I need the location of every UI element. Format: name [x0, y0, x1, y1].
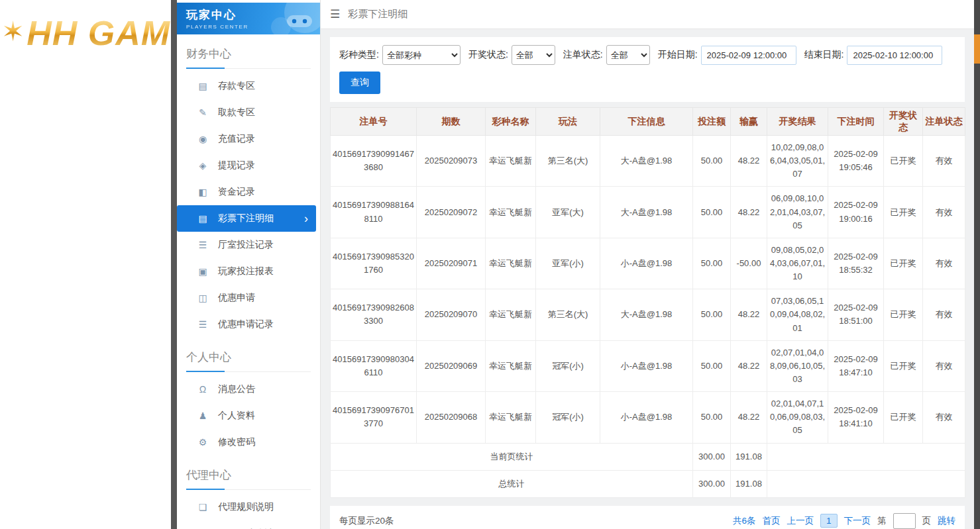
topbar: ☰ 彩票下注明细	[321, 0, 974, 29]
sidebar-item-lottery-bet-details[interactable]: ▤ 彩票下注明细 ›	[177, 205, 316, 232]
next-page-link[interactable]: 下一页	[844, 515, 871, 527]
first-page-link[interactable]: 首页	[762, 515, 780, 527]
cell-play: 亚军(大)	[536, 187, 600, 238]
cell-order-status: 有效	[923, 238, 965, 289]
sidebar-item-label: 提现记录	[218, 160, 255, 171]
col-amount: 投注额	[693, 108, 731, 136]
cell-order-status: 有效	[923, 136, 965, 187]
sidebar-item-label: 优惠申请记录	[218, 318, 274, 330]
pagination-controls: 共6条 首页 上一页 1 下一页 第 页 跳转	[733, 513, 955, 529]
sidebar-item-fund-records[interactable]: ◧ 资金记录	[177, 179, 320, 205]
page-jump-input[interactable]	[893, 513, 916, 529]
cell-draw-status: 已开奖	[884, 238, 923, 289]
sidebar-item-label: 个人资料	[218, 410, 255, 422]
cell-winloss: -50.00	[731, 238, 767, 289]
cell-order-no: 401569173909914673680	[331, 136, 417, 187]
section-title-finance: 财务中心	[186, 46, 311, 69]
promo-records-icon: ☰	[197, 319, 209, 330]
current-page[interactable]: 1	[820, 514, 838, 528]
sidebar-item-label: 厅室投注记录	[218, 239, 274, 251]
cell-time: 2025-02-09 18:47:10	[828, 340, 884, 391]
prev-page-link[interactable]: 上一页	[787, 515, 814, 527]
col-order-no: 注单号	[331, 108, 417, 136]
per-page-text: 每页显示20条	[339, 515, 394, 527]
gear-icon: ⚙	[197, 437, 209, 448]
sidebar-item-recharge-records[interactable]: ◉ 充值记录	[177, 126, 320, 152]
col-winloss: 输赢	[731, 108, 767, 136]
end-date-label: 结束日期:	[804, 49, 844, 61]
withdraw-icon: ✎	[197, 107, 209, 118]
sidebar-item-player-bet-report[interactable]: ▣ 玩家投注报表	[177, 258, 320, 285]
player-bet-report-icon: ▣	[197, 266, 209, 277]
sidebar-item-label: 消息公告	[218, 383, 255, 395]
sidebar-item-withdraw[interactable]: ✎ 取款专区	[177, 99, 320, 126]
section-title-agent: 代理中心	[186, 467, 311, 490]
lottery-type-group: 彩种类型: 全部彩种	[339, 45, 461, 65]
filter-panel: 彩种类型: 全部彩种 开奖状态: 全部 注单状态: 全部 开始日期:	[330, 37, 965, 102]
sidebar-item-promo-apply[interactable]: ◫ 优惠申请	[177, 285, 320, 311]
table-row: 401569173909853201760 20250209071 幸运飞艇新 …	[331, 238, 965, 289]
draw-status-select[interactable]: 全部	[512, 45, 555, 65]
hall-bet-records-icon: ☰	[197, 240, 209, 250]
section-title-personal: 个人中心	[186, 350, 311, 372]
scrollbar-thumb[interactable]	[974, 34, 980, 64]
jump-prefix: 第	[877, 515, 887, 527]
cell-order-no: 401569173909853201760	[331, 238, 417, 289]
cell-lottery: 幸运飞艇新	[486, 340, 536, 391]
menu-toggle-icon[interactable]: ☰	[330, 7, 340, 21]
cell-amount: 50.00	[693, 392, 731, 443]
sidebar-item-hall-bet-records[interactable]: ☰ 厅室投注记录	[177, 232, 320, 258]
cell-amount: 50.00	[693, 340, 731, 391]
cell-result: 09,08,05,02,04,03,06,07,01,10	[767, 238, 828, 289]
cell-time: 2025-02-09 19:00:16	[828, 187, 884, 238]
cell-lottery: 幸运飞艇新	[486, 238, 536, 289]
sidebar-item-agent-rules[interactable]: ❏ 代理规则说明	[177, 494, 320, 520]
cell-lottery: 幸运飞艇新	[486, 136, 536, 187]
sidebar-item-label: 优惠申请	[218, 292, 255, 304]
sidebar-item-profile[interactable]: ♟ 个人资料	[177, 403, 320, 429]
cell-period: 20250209069	[417, 340, 486, 391]
cell-order-no: 401569173909826083300	[331, 289, 417, 340]
total-summary-amount: 300.00	[693, 470, 731, 497]
sidebar-item-promo-apply-records[interactable]: ☰ 优惠申请记录	[177, 311, 320, 338]
fund-records-icon: ◧	[197, 187, 209, 197]
page-summary-empty	[767, 443, 965, 470]
draw-status-group: 开奖状态: 全部	[468, 45, 555, 65]
sidebar-item-withdraw-records[interactable]: ◈ 提现记录	[177, 152, 320, 179]
sidebar-item-change-password[interactable]: ⚙ 修改密码	[177, 429, 320, 456]
start-date-input[interactable]	[701, 46, 796, 65]
sidebar-subtitle: PLAYERS CENTER	[186, 24, 320, 30]
sidebar: 玩家中心 PLAYERS CENTER 财务中心 ▤ 存款专区 ✎ 取款专区 ◉…	[177, 0, 321, 529]
lottery-bet-details-icon: ▤	[197, 213, 209, 224]
order-status-label: 注单状态:	[563, 49, 603, 61]
scrollbar-track[interactable]	[974, 0, 980, 529]
sidebar-item-messages[interactable]: Ω 消息公告	[177, 376, 320, 403]
sidebar-item-label: 代理规则说明	[218, 501, 274, 513]
query-button[interactable]: 查询	[339, 72, 380, 94]
cell-amount: 50.00	[693, 238, 731, 289]
sidebar-item-deposit[interactable]: ▤ 存款专区	[177, 73, 320, 99]
sidebar-item-label: 资金记录	[218, 186, 255, 198]
filter-row: 彩种类型: 全部彩种 开奖状态: 全部 注单状态: 全部 开始日期:	[339, 45, 955, 65]
cell-bet-info: 大-A盘@1.98	[600, 136, 693, 187]
cell-bet-info: 小-A盘@1.98	[600, 340, 693, 391]
cell-play: 冠军(小)	[536, 392, 600, 443]
page-summary-row: 当前页统计 300.00 191.08	[331, 443, 965, 470]
table-row: 401569173909826083300 20250209070 幸运飞艇新 …	[331, 289, 965, 340]
sidebar-item-agent-team-stats[interactable]: ▦ 代理团队统计	[177, 520, 320, 529]
order-status-select[interactable]: 全部	[606, 45, 650, 65]
lottery-type-select[interactable]: 全部彩种	[382, 45, 461, 65]
bell-icon: Ω	[197, 384, 209, 395]
jump-button[interactable]: 跳转	[938, 515, 955, 527]
cell-draw-status: 已开奖	[884, 289, 923, 340]
sidebar-item-label: 修改密码	[218, 436, 255, 448]
total-summary-label: 总统计	[331, 470, 693, 497]
end-date-input[interactable]	[847, 46, 942, 65]
lottery-type-label: 彩种类型:	[339, 49, 379, 61]
page-summary-amount: 300.00	[693, 443, 731, 470]
cell-bet-info: 大-A盘@1.98	[600, 187, 693, 238]
cell-lottery: 幸运飞艇新	[486, 392, 536, 443]
cell-play: 亚军(小)	[536, 238, 600, 289]
cell-result: 02,01,04,07,10,06,09,08,03,05	[767, 392, 828, 443]
cell-period: 20250209068	[417, 392, 486, 443]
